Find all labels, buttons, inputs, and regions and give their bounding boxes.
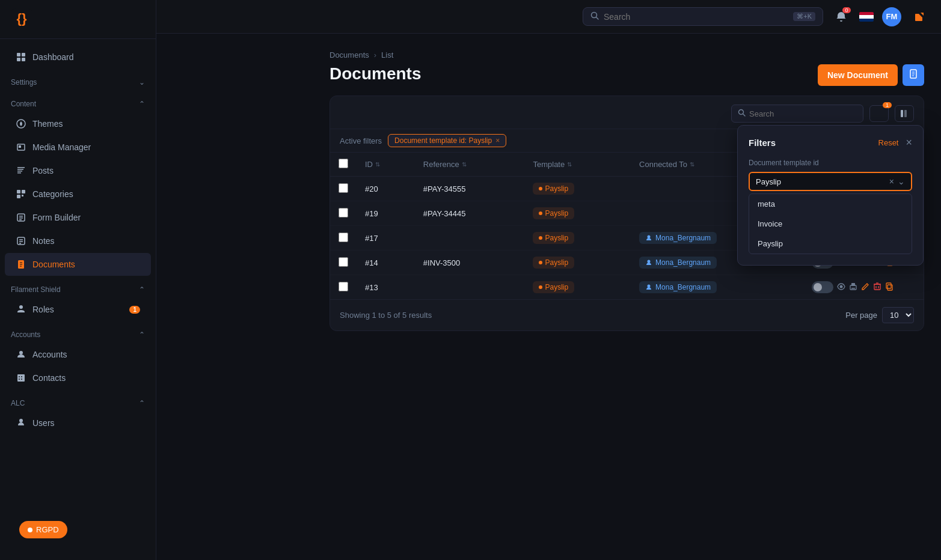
filter-panel-header: Filters Reset ×	[749, 136, 912, 149]
svg-text:{}: {}	[16, 11, 27, 26]
sidebar-item-categories[interactable]: Categories	[5, 183, 151, 205]
content-chevron-icon: ⌃	[139, 100, 145, 108]
documents-table-card: 1 Active filters Document template id: P…	[330, 96, 924, 331]
sidebar-section-alc[interactable]: ALC ⌃	[0, 393, 156, 411]
sidebar-item-dashboard[interactable]: Dashboard	[5, 46, 151, 68]
row-checkbox-17[interactable]	[339, 233, 348, 242]
document-icon-button[interactable]	[903, 64, 924, 86]
row-ref-14: #INV-3500	[415, 251, 525, 275]
filter-button[interactable]: 1	[869, 105, 889, 122]
new-document-button[interactable]: New Document	[818, 64, 898, 86]
th-reference[interactable]: Reference ⇅	[415, 153, 525, 177]
filter-dropdown-arrow-icon[interactable]: ⌄	[898, 177, 905, 186]
row-checkbox-19[interactable]	[339, 208, 348, 218]
notifications-button[interactable]: 0	[832, 7, 851, 26]
sidebar-item-notes[interactable]: Notes	[5, 230, 151, 252]
sidebar-item-posts[interactable]: Posts	[5, 159, 151, 182]
sidebar-item-accounts-label: Accounts	[32, 350, 67, 359]
sidebar-item-accounts[interactable]: Accounts	[5, 343, 151, 366]
per-page-select[interactable]: 10 25 50	[882, 307, 914, 323]
svg-rect-12	[22, 195, 23, 196]
accounts-icon	[16, 349, 26, 360]
svg-point-36	[648, 236, 651, 239]
delete-icon-13[interactable]	[873, 282, 881, 293]
edit-icon-13[interactable]	[861, 282, 869, 293]
sidebar-item-themes[interactable]: Themes	[5, 112, 151, 135]
columns-button[interactable]	[895, 105, 914, 122]
svg-rect-3	[22, 53, 25, 56]
connected-to-sort-icon: ⇅	[690, 161, 694, 168]
search-kbd-hint: ⌘+K	[793, 12, 815, 21]
filter-option-meta[interactable]: meta	[749, 194, 912, 214]
template-badge-13: Payslip	[533, 281, 574, 293]
sidebar-item-contacts[interactable]: Contacts	[5, 367, 151, 389]
select-all-checkbox[interactable]	[339, 159, 348, 168]
row-id-17: #17	[357, 226, 415, 251]
accounts-chevron-icon: ⌃	[139, 330, 145, 339]
svg-line-27	[596, 17, 599, 20]
table-search-icon	[738, 109, 746, 118]
external-link-icon[interactable]	[910, 7, 929, 26]
breadcrumb-root[interactable]: Documents	[330, 50, 369, 59]
filter-option-payslip[interactable]: Payslip	[749, 234, 912, 254]
per-page-label: Per page	[845, 311, 877, 320]
sidebar-item-media-manager[interactable]: Media Manager	[5, 136, 151, 159]
sidebar-item-media-manager-label: Media Manager	[32, 142, 91, 152]
filter-option-invoice[interactable]: Invoice	[749, 214, 912, 234]
svg-rect-8	[19, 145, 21, 148]
row-checkbox-13[interactable]	[339, 282, 348, 291]
sidebar-item-form-builder[interactable]: Form Builder	[5, 206, 151, 229]
page-title: Documents	[330, 64, 421, 84]
filter-chip-remove-button[interactable]: ×	[495, 136, 500, 145]
rgpd-button[interactable]: RGPD	[19, 521, 67, 538]
row-checkbox-20[interactable]	[339, 183, 348, 193]
sidebar-item-documents[interactable]: Documents	[5, 253, 151, 276]
svg-rect-54	[874, 284, 880, 290]
filter-close-button[interactable]: ×	[906, 136, 912, 149]
th-template[interactable]: Template ⇅	[524, 153, 631, 177]
id-sort-icon: ⇅	[375, 161, 380, 168]
sidebar-item-roles[interactable]: Roles 1	[5, 298, 151, 321]
breadcrumb: Documents › List	[330, 50, 924, 59]
categories-icon	[16, 189, 26, 199]
svg-rect-2	[17, 53, 20, 56]
topbar-search-input[interactable]	[604, 12, 788, 22]
sidebar-section-content[interactable]: Content ⌃	[0, 94, 156, 112]
language-flag-icon[interactable]	[859, 12, 874, 22]
filter-chip-payslip: Document template id: Payslip ×	[388, 134, 506, 147]
svg-point-50	[840, 285, 843, 288]
template-sort-icon: ⇅	[567, 161, 572, 168]
row-toggle-13[interactable]	[812, 281, 833, 293]
copy-icon-13[interactable]	[885, 282, 893, 293]
topbar-search-bar[interactable]: ⌘+K	[583, 7, 823, 26]
svg-line-33	[743, 114, 746, 117]
sidebar-section-filament-shield[interactable]: Filament Shield ⌃	[0, 279, 156, 297]
svg-rect-4	[17, 58, 20, 61]
th-id[interactable]: ID ⇅	[357, 153, 415, 177]
sidebar-item-themes-label: Themes	[32, 119, 63, 129]
template-badge-19: Payslip	[533, 207, 574, 219]
filter-current-value: Payslip	[756, 177, 886, 186]
user-chip-13: Mona_Bergnaum	[639, 281, 717, 293]
svg-rect-9	[17, 190, 20, 193]
table-search-input[interactable]	[749, 109, 857, 118]
sidebar-item-users-label: Users	[32, 418, 55, 428]
svg-rect-5	[22, 58, 25, 61]
header-buttons: New Document	[818, 64, 924, 86]
sidebar-item-notes-label: Notes	[32, 236, 55, 246]
user-avatar[interactable]: FM	[882, 7, 901, 26]
view-icon-13[interactable]	[837, 282, 845, 293]
row-checkbox-14[interactable]	[339, 257, 348, 267]
sidebar-section-settings[interactable]: Settings ⌄	[0, 72, 156, 90]
filter-input-clear-button[interactable]: ×	[889, 177, 894, 186]
svg-point-37	[648, 260, 651, 263]
filter-reset-button[interactable]: Reset	[878, 138, 899, 147]
sidebar-item-dashboard-label: Dashboard	[32, 52, 74, 62]
svg-rect-34	[901, 110, 903, 117]
row-actions-13	[812, 281, 915, 293]
svg-rect-59	[887, 285, 892, 290]
sidebar-item-users[interactable]: Users	[5, 412, 151, 434]
sidebar-section-accounts[interactable]: Accounts ⌃	[0, 324, 156, 342]
table-search-bar[interactable]	[731, 105, 863, 123]
print-icon-13[interactable]	[849, 282, 857, 293]
